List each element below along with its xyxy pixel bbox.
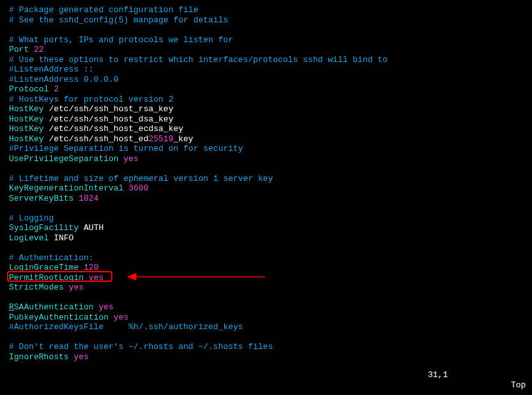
config-line: # See the sshd_config(5) manpage for det… [9, 15, 532, 26]
config-line [9, 293, 532, 303]
config-line: # Authentication: [9, 253, 532, 263]
scroll-position: Top [511, 380, 526, 391]
config-line: # Package generated configuration file [9, 5, 532, 15]
config-line: #ListenAddress :: [9, 65, 532, 75]
config-line: # Use these options to restrict which in… [9, 55, 532, 65]
config-line [9, 243, 532, 253]
config-line: RSAAuthentication yes [9, 302, 532, 313]
config-line: HostKey /etc/ssh/ssh_host_ed25519_key [9, 134, 532, 144]
config-line [9, 203, 532, 213]
config-line: # Lifetime and size of ephemeral version… [9, 174, 532, 184]
config-line: SyslogFacility AUTH [9, 223, 532, 233]
config-line: StrictModes yes [9, 283, 532, 293]
config-line [9, 164, 532, 174]
config-line: LoginGraceTime 120 [9, 263, 532, 273]
config-line [9, 25, 532, 35]
editor-content[interactable]: # Package generated configuration file# … [9, 5, 532, 362]
vim-status-line: 31,1 Top [0, 360, 532, 391]
config-line: #ListenAddress 0.0.0.0 [9, 75, 532, 85]
config-line: #AuthorizedKeysFile %h/.ssh/authorized_k… [9, 322, 532, 332]
config-line: # What ports, IPs and protocols we liste… [9, 35, 532, 45]
config-line: PermitRootLogin yes [9, 273, 532, 283]
config-line: HostKey /etc/ssh/ssh_host_dsa_key [9, 114, 532, 125]
config-line: Port 22 [9, 45, 532, 55]
config-line: ServerKeyBits 1024 [9, 194, 532, 204]
config-line: # HostKeys for protocol version 2 [9, 95, 532, 105]
config-line: # Logging [9, 213, 532, 224]
config-line: Protocol 2 [9, 84, 532, 95]
config-line: LogLevel INFO [9, 233, 532, 244]
config-line: # Don't read the user's ~/.rhosts and ~/… [9, 342, 532, 352]
config-line: HostKey /etc/ssh/ssh_host_ecdsa_key [9, 124, 532, 134]
cursor-position: 31,1 [428, 370, 448, 380]
config-line: UsePrivilegeSeparation yes [9, 154, 532, 164]
config-line [9, 332, 532, 343]
config-line: #Privilege Separation is turned on for s… [9, 144, 532, 154]
config-line: KeyRegenerationInterval 3600 [9, 183, 532, 194]
config-line: PubkeyAuthentication yes [9, 313, 532, 323]
config-line: HostKey /etc/ssh/ssh_host_rsa_key [9, 104, 532, 114]
